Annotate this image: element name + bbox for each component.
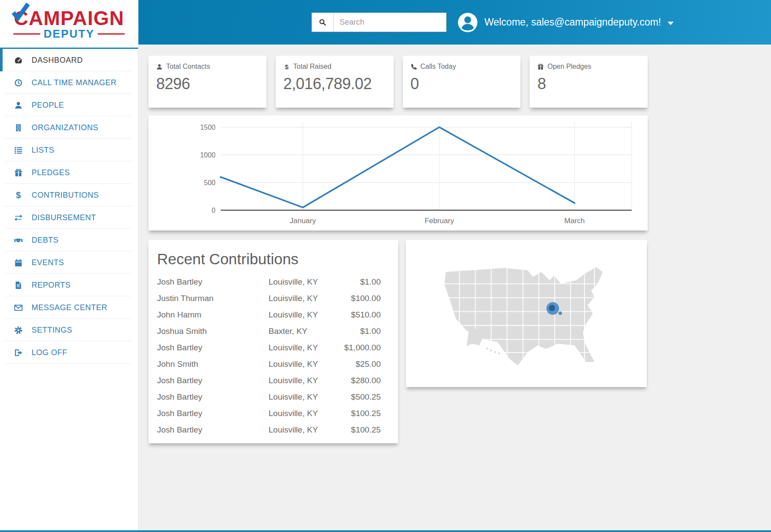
contribution-location: Louisville, KY bbox=[269, 340, 343, 356]
contribution-row: Josh Bartley Louisville, KY $100.25 bbox=[157, 422, 389, 438]
logo-rule-right bbox=[98, 33, 125, 35]
user-menu[interactable]: Welcome, sales@campaigndeputy.com! bbox=[458, 0, 674, 45]
sidebar-item-label: LOG OFF bbox=[32, 348, 67, 357]
logout-icon bbox=[14, 349, 22, 357]
sidebar-item-settings[interactable]: SETTINGS bbox=[0, 319, 138, 341]
content-container: Total Contacts 8296 Total Raised 2,016,7… bbox=[148, 56, 648, 443]
contributions-table: Josh Bartley Louisville, KY $1.00 Justin… bbox=[157, 274, 389, 438]
contribution-location: Louisville, KY bbox=[269, 356, 343, 372]
sidebar-item-label: PEOPLE bbox=[32, 101, 64, 110]
search-input[interactable] bbox=[334, 13, 446, 32]
logo-checkmark-icon bbox=[10, 3, 30, 22]
sidebar-item-call-time-manager[interactable]: CALL TIME MANAGER bbox=[0, 71, 138, 94]
contribution-row: Josh Bartley Louisville, KY $500.25 bbox=[157, 389, 389, 405]
sidebar-item-organizations[interactable]: ORGANIZATIONS bbox=[0, 116, 138, 139]
logo[interactable]: CAMPAIGN DEPUTY bbox=[0, 0, 138, 43]
contribution-location: Louisville, KY bbox=[269, 307, 343, 323]
logo-rule-left bbox=[13, 33, 40, 35]
contributor-name: John Smith bbox=[157, 356, 269, 372]
user-icon bbox=[156, 64, 163, 70]
sidebar-item-events[interactable]: EVENTS bbox=[0, 251, 138, 274]
stat-card-header: Open Pledges bbox=[537, 63, 640, 71]
contributor-name: Josh Bartley bbox=[157, 422, 269, 438]
y-tick-label: 0 bbox=[212, 207, 215, 214]
contribution-location: Louisville, KY bbox=[269, 274, 343, 290]
stat-value: 8 bbox=[537, 75, 640, 93]
dollar-icon bbox=[14, 191, 22, 199]
sidebar-item-contributions[interactable]: CONTRIBUTIONS bbox=[0, 184, 138, 206]
stat-card-calls-today: Calls Today 0 bbox=[403, 56, 521, 108]
contribution-row: John Smith Louisville, KY $25.00 bbox=[157, 356, 389, 372]
x-tick-label: January bbox=[290, 217, 316, 225]
sidebar-item-label: EVENTS bbox=[32, 258, 64, 267]
map-bubble-core bbox=[549, 305, 555, 311]
sidebar-item-label: DEBTS bbox=[32, 236, 59, 245]
logo-title-top: CAMPAIGN bbox=[14, 7, 124, 29]
gear-icon bbox=[14, 326, 22, 334]
contributor-name: John Hamm bbox=[157, 307, 269, 323]
stat-value: 8296 bbox=[156, 75, 259, 93]
avatar-icon bbox=[458, 13, 478, 32]
sidebar-item-log-off[interactable]: LOG OFF bbox=[0, 341, 138, 364]
stat-card-total-raised: Total Raised 2,016,789.02 bbox=[276, 56, 394, 108]
contribution-amount: $100.00 bbox=[343, 290, 389, 307]
gift-icon bbox=[537, 64, 544, 70]
handshake-icon bbox=[14, 236, 22, 244]
sidebar-item-label: CALL TIME MANAGER bbox=[32, 78, 117, 87]
logo-deputy-row: DEPUTY bbox=[13, 28, 125, 39]
contribution-amount: $510.00 bbox=[343, 307, 389, 323]
sidebar-nav: DASHBOARD CALL TIME MANAGER PEOPLE ORGAN… bbox=[0, 49, 138, 364]
sidebar-item-reports[interactable]: REPORTS bbox=[0, 274, 138, 296]
calendar-icon bbox=[14, 259, 22, 267]
contribution-row: Josh Bartley Louisville, KY $100.25 bbox=[157, 405, 389, 422]
x-tick-label: March bbox=[564, 217, 585, 225]
contribution-location: Louisville, KY bbox=[269, 389, 343, 405]
sidebar-item-disbursement[interactable]: DISBURSEMENT bbox=[0, 206, 138, 229]
search-button[interactable] bbox=[312, 13, 334, 32]
contributor-name: Josh Bartley bbox=[157, 340, 269, 356]
sidebar-item-label: SETTINGS bbox=[32, 326, 72, 335]
contribution-location: Baxter, KY bbox=[269, 323, 343, 340]
contribution-location: Louisville, KY bbox=[269, 405, 343, 422]
contribution-amount: $25.00 bbox=[343, 356, 389, 372]
main-content: Total Contacts 8296 Total Raised 2,016,7… bbox=[138, 45, 771, 532]
sidebar-item-debts[interactable]: DEBTS bbox=[0, 229, 138, 251]
sidebar-item-label: PLEDGES bbox=[32, 168, 70, 177]
contributions-line-chart: 050010001500JanuaryFebruaryMarch bbox=[148, 115, 648, 231]
recent-contributions-title: Recent Contributions bbox=[157, 250, 389, 268]
sidebar-item-people[interactable]: PEOPLE bbox=[0, 94, 138, 116]
stat-card-open-pledges: Open Pledges 8 bbox=[530, 56, 648, 108]
sidebar-item-label: LISTS bbox=[32, 146, 55, 155]
sidebar-item-pledges[interactable]: PLEDGES bbox=[0, 161, 138, 184]
chevron-down-icon[interactable] bbox=[668, 22, 674, 25]
stat-label: Open Pledges bbox=[547, 63, 591, 71]
campaign-deputy-dashboard: { "logo": { "title_top": "CAMPAIGN", "ti… bbox=[0, 0, 771, 532]
contribution-amount: $1.00 bbox=[343, 323, 389, 340]
stat-card-header: Total Contacts bbox=[156, 63, 259, 71]
search-icon bbox=[319, 19, 326, 26]
sidebar-item-lists[interactable]: LISTS bbox=[0, 139, 138, 161]
contribution-row: Josh Bartley Louisville, KY $1,000.00 bbox=[157, 340, 389, 356]
stat-card-total-contacts: Total Contacts 8296 bbox=[148, 56, 267, 108]
sidebar-item-dashboard[interactable]: DASHBOARD bbox=[0, 49, 138, 71]
bottom-accent-bar bbox=[0, 530, 771, 532]
phone-icon bbox=[411, 64, 417, 70]
contribution-amount: $500.25 bbox=[343, 389, 389, 405]
contribution-row: Justin Thurman Louisville, KY $100.00 bbox=[157, 290, 389, 307]
contribution-row: Joshua Smith Baxter, KY $1.00 bbox=[157, 323, 389, 340]
stat-label: Total Contacts bbox=[166, 63, 210, 71]
chart-card: 050010001500JanuaryFebruaryMarch bbox=[148, 115, 648, 231]
user-icon bbox=[14, 101, 22, 109]
contribution-location: Louisville, KY bbox=[269, 290, 343, 307]
hawaii-shape bbox=[486, 347, 500, 354]
contributor-name: Josh Bartley bbox=[157, 405, 269, 422]
contribution-location: Louisville, KY bbox=[269, 372, 343, 389]
contributor-name: Josh Bartley bbox=[157, 274, 269, 290]
stat-card-header: Total Raised bbox=[283, 63, 386, 71]
sidebar-item-label: DASHBOARD bbox=[32, 56, 83, 65]
logo-campaign-text: CAMPAIGN bbox=[14, 8, 124, 28]
building-icon bbox=[14, 124, 22, 132]
y-tick-label: 1500 bbox=[200, 124, 215, 131]
sidebar-item-message-center[interactable]: MESSAGE CENTER bbox=[0, 296, 138, 319]
exchange-icon bbox=[14, 214, 22, 222]
